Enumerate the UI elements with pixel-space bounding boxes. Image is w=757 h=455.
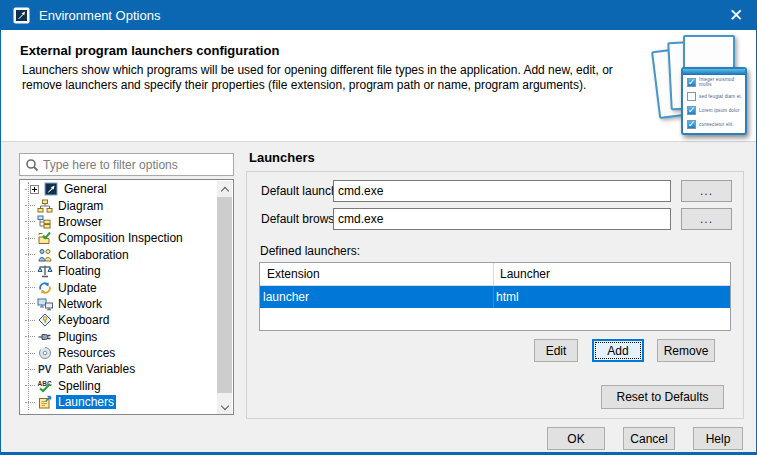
scroll-down-icon[interactable] [217,399,232,415]
tree-item-keyboard[interactable]: Keyboard [21,312,217,328]
tree-scrollbar[interactable] [217,181,232,415]
cancel-button[interactable]: Cancel [623,427,675,450]
tree-item-label: Spelling [56,379,103,393]
tree-item-network[interactable]: Network [21,296,217,312]
help-button[interactable]: Help [693,427,743,450]
column-divider [493,286,494,308]
panel-title: Launchers [249,150,315,165]
checklist-item-label: Lorem ipsum dolor [699,108,740,113]
tree-item-label: Composition Inspection [56,231,185,245]
tree-item-label: Network [56,297,104,311]
svg-text:E: E [40,414,47,415]
tree-item-label: Floating [56,264,103,278]
checkbox-checked-icon: ✓ [687,106,696,115]
checklist-item-label: Integer euismod mollis [699,77,745,87]
tree-item-label: Collaboration [56,248,131,262]
table-header-row[interactable]: Extension Launcher [260,263,730,286]
column-header-extension[interactable]: Extension [267,267,320,281]
tree-item-experience[interactable]: E Experience [21,410,217,415]
tree-item-label: Resources [56,346,117,360]
tree-item-collaboration[interactable]: Collaboration [21,247,217,263]
tree-item-plugins[interactable]: Plugins [21,329,217,345]
tree-item-label: Update [56,281,99,295]
expand-plus-icon[interactable] [30,185,39,194]
tree-item-launchers[interactable]: Launchers [21,394,217,410]
svg-text:ABC: ABC [38,380,52,387]
ok-button[interactable]: OK [547,427,605,450]
search-icon [25,158,39,172]
defined-launchers-table[interactable]: Extension Launcher launcher html [259,262,731,331]
filter-box [19,153,234,176]
table-row-selected[interactable]: launcher html [260,286,730,308]
tree-item-spelling[interactable]: ABC Spelling [21,378,217,394]
tree-item-label: Diagram [56,199,105,213]
default-launcher-browse-button[interactable]: ... [681,180,732,202]
checkbox-unchecked-icon [687,92,696,101]
close-icon[interactable]: ✕ [713,0,757,30]
update-icon [37,281,53,295]
tree-item-label: Experience [56,412,120,415]
default-launcher-input[interactable] [333,180,671,202]
page-title: External program launchers configuration [20,43,279,58]
tree-item-browser[interactable]: Browser [21,214,217,230]
checkbox-checked-icon: ✓ [687,120,696,129]
general-icon [43,182,59,196]
floating-icon [37,264,53,278]
checkbox-checked-icon: ✓ [687,78,696,87]
tree-item-label: Path Variables [56,362,137,376]
edit-button[interactable]: Edit [534,339,578,362]
collaboration-icon [37,248,53,262]
launchers-icon [37,395,53,409]
experience-icon: E [37,412,53,415]
tree-item-label: Plugins [56,330,99,344]
checklist-graphic: ✓ Integer euismod mollis sed feugiat dia… [681,67,747,135]
column-divider[interactable] [493,263,494,286]
tree-item-composition-inspection[interactable]: Composition Inspection [21,230,217,246]
tree-item-label: Keyboard [56,313,111,327]
scroll-up-icon[interactable] [217,181,232,197]
keyboard-icon [37,313,53,327]
default-browser-input[interactable] [333,208,671,230]
cell-extension[interactable]: launcher [263,290,309,304]
tree-item-path-variables[interactable]: PV Path Variables [21,361,217,377]
browser-icon [37,215,53,229]
composition-inspection-icon [37,231,53,245]
remove-button[interactable]: Remove [657,339,715,362]
column-header-launcher[interactable]: Launcher [500,267,550,281]
environment-options-dialog: Environment Options ✕ External program l… [0,0,757,455]
cell-launcher[interactable]: html [496,290,519,304]
tree-item-resources[interactable]: Resources [21,345,217,361]
app-icon [13,7,30,24]
add-button[interactable]: Add [592,339,644,362]
path-variables-icon: PV [37,362,53,376]
tree-item-general[interactable]: General [21,181,217,197]
plugins-icon [37,330,53,344]
title-bar[interactable]: Environment Options ✕ [0,0,757,30]
scrollbar-thumb[interactable] [217,197,232,393]
svg-text:PV: PV [38,364,52,375]
network-icon [37,297,53,311]
diagram-icon [37,199,53,213]
options-tree[interactable]: General Diagram [19,179,234,415]
tree-item-floating[interactable]: Floating [21,263,217,279]
filter-input[interactable] [43,158,223,172]
resources-icon [37,346,53,360]
header-section: External program launchers configuration… [1,30,756,142]
reset-to-defaults-button[interactable]: Reset to Defaults [601,385,724,409]
default-browser-browse-button[interactable]: ... [681,208,732,230]
checklist-item-label: consectetur elit. [699,122,734,127]
launchers-illustration: ✓ Integer euismod mollis sed feugiat dia… [653,34,751,138]
tree-item-label-selected: Launchers [56,395,116,409]
window-title: Environment Options [39,8,160,23]
page-description: Launchers show which programs will be us… [22,63,642,93]
spelling-icon: ABC [37,379,53,393]
tree-item-update[interactable]: Update [21,279,217,295]
tree-item-label: General [62,182,109,196]
tree-item-label: Browser [56,215,104,229]
tree-item-diagram[interactable]: Diagram [21,197,217,213]
defined-launchers-label: Defined launchers: [260,244,360,258]
checklist-item-label: sed feugiat diam et. [699,94,742,99]
